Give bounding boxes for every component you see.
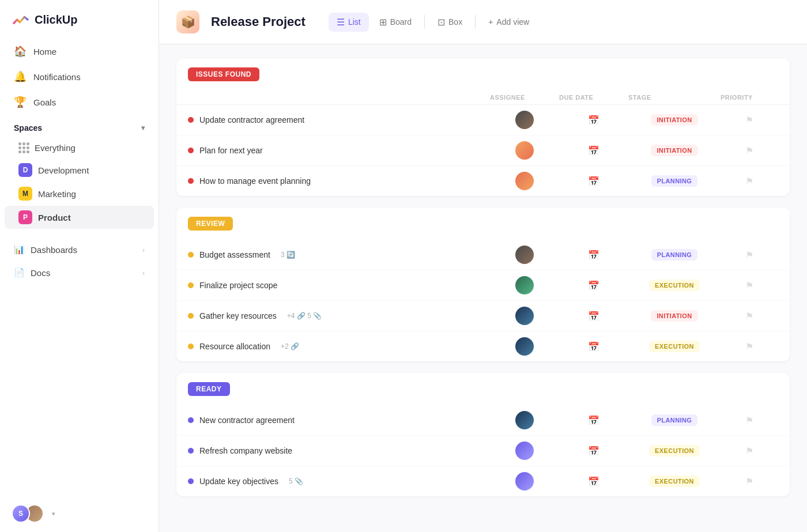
- stage-badge: PLANNING: [651, 414, 698, 426]
- task-left: Budget assessment 3 🔄: [188, 250, 490, 259]
- calendar-icon[interactable]: 📅: [588, 415, 599, 426]
- flag-icon[interactable]: ⚑: [745, 341, 753, 352]
- task-stage-col: INITIATION: [628, 310, 721, 322]
- user-dropdown-arrow[interactable]: ▾: [52, 510, 55, 518]
- task-left: Update contractor agreement: [188, 115, 490, 124]
- table-row[interactable]: Budget assessment 3 🔄 📅 PLANNING ⚑: [176, 240, 790, 270]
- tab-list[interactable]: ☰ List: [329, 13, 369, 32]
- stage-badge: EXECUTION: [649, 280, 700, 291]
- task-assignee-col: [490, 172, 559, 190]
- spaces-header[interactable]: Spaces ▾: [0, 115, 159, 137]
- task-stage-col: EXECUTION: [628, 476, 721, 487]
- product-badge: P: [18, 210, 32, 224]
- flag-icon[interactable]: ⚑: [745, 250, 753, 261]
- task-date-col: 📅: [559, 476, 628, 487]
- app-name: ClickUp: [35, 13, 77, 27]
- tab-box[interactable]: ⊡ Box: [429, 13, 470, 32]
- task-priority-col: ⚑: [721, 145, 778, 156]
- task-dot: [188, 417, 194, 423]
- table-row[interactable]: Plan for next year 📅 INITIATION ⚑: [176, 135, 790, 166]
- task-priority-col: ⚑: [721, 311, 778, 322]
- task-date-col: 📅: [559, 115, 628, 126]
- avatar: [515, 411, 534, 429]
- task-stage-col: INITIATION: [628, 145, 721, 156]
- flag-icon[interactable]: ⚑: [745, 311, 753, 322]
- task-assignee-col: [490, 442, 559, 460]
- calendar-icon[interactable]: 📅: [588, 311, 599, 322]
- task-name: Budget assessment: [199, 250, 270, 259]
- table-row[interactable]: Update contractor agreement 📅 INITIATION…: [176, 105, 790, 135]
- flag-icon[interactable]: ⚑: [745, 145, 753, 156]
- table-row[interactable]: Update key objectives 5 📎 📅 EXECUTION ⚑: [176, 466, 790, 496]
- calendar-icon[interactable]: 📅: [588, 476, 599, 487]
- task-priority-col: ⚑: [721, 250, 778, 261]
- task-priority-col: ⚑: [721, 176, 778, 187]
- flag-icon[interactable]: ⚑: [745, 415, 753, 426]
- sidebar-user-area: S ▾: [0, 495, 159, 532]
- task-date-col: 📅: [559, 415, 628, 426]
- task-dot: [188, 148, 194, 153]
- task-name: Gather key resources: [199, 311, 277, 320]
- avatar: [515, 276, 534, 295]
- calendar-icon[interactable]: 📅: [588, 115, 599, 126]
- logo: ClickUp: [0, 0, 159, 39]
- task-priority-col: ⚑: [721, 341, 778, 352]
- avatar: [515, 442, 534, 460]
- flag-icon[interactable]: ⚑: [745, 115, 753, 126]
- calendar-icon[interactable]: 📅: [588, 176, 599, 187]
- avatar-user-s[interactable]: S: [12, 504, 30, 523]
- calendar-icon[interactable]: 📅: [588, 280, 599, 291]
- section-ready-header-row: READY: [176, 373, 790, 405]
- task-assignee-col: [490, 246, 559, 264]
- sidebar-item-product[interactable]: P Product: [5, 206, 154, 229]
- marketing-badge: M: [18, 187, 32, 201]
- flag-icon[interactable]: ⚑: [745, 446, 753, 456]
- task-meta: +4 🔗 5 📎: [287, 312, 322, 320]
- flag-icon[interactable]: ⚑: [745, 280, 753, 291]
- sidebar-item-home[interactable]: 🏠 Home: [7, 39, 152, 63]
- stage-badge: PLANNING: [651, 249, 698, 261]
- table-row[interactable]: Finalize project scope 📅 EXECUTION ⚑: [176, 270, 790, 301]
- task-name: Plan for next year: [199, 146, 263, 155]
- sidebar-item-notifications[interactable]: 🔔 Notifications: [7, 65, 152, 89]
- tab-board[interactable]: ⊞ Board: [371, 13, 420, 32]
- table-row[interactable]: Gather key resources +4 🔗 5 📎 📅 INITIATI…: [176, 301, 790, 331]
- calendar-icon[interactable]: 📅: [588, 341, 599, 352]
- col-assignee: ASSIGNEE: [490, 94, 559, 101]
- sidebar-item-dashboards[interactable]: 📊 Dashboards ›: [7, 239, 152, 261]
- section-ready: READY New contractor agreement 📅 PLANNIN…: [176, 373, 790, 496]
- add-view-button[interactable]: + Add view: [480, 13, 537, 31]
- task-date-col: 📅: [559, 250, 628, 261]
- task-left: How to manage event planning: [188, 176, 490, 186]
- task-priority-col: ⚑: [721, 415, 778, 426]
- dashboards-left: 📊 Dashboards: [14, 244, 77, 255]
- task-stage-col: INITIATION: [628, 114, 721, 126]
- sidebar-item-development[interactable]: D Development: [5, 159, 154, 182]
- task-list-area: ISSUES FOUND ASSIGNEE DUE DATE STAGE PRI…: [159, 44, 807, 532]
- table-row[interactable]: Resource allocation +2 🔗 📅 EXECUTION ⚑: [176, 331, 790, 361]
- calendar-icon[interactable]: 📅: [588, 145, 599, 156]
- flag-icon[interactable]: ⚑: [745, 176, 753, 187]
- table-row[interactable]: New contractor agreement 📅 PLANNING ⚑: [176, 405, 790, 436]
- task-left: Gather key resources +4 🔗 5 📎: [188, 311, 490, 320]
- calendar-icon[interactable]: 📅: [588, 446, 599, 456]
- table-row[interactable]: How to manage event planning 📅 PLANNING …: [176, 166, 790, 196]
- plus-icon: +: [488, 17, 493, 27]
- docs-left: 📄 Docs: [14, 267, 50, 278]
- sidebar-item-marketing[interactable]: M Marketing: [5, 182, 154, 205]
- task-name: Update contractor agreement: [199, 115, 304, 124]
- sidebar-item-docs[interactable]: 📄 Docs ›: [7, 262, 152, 284]
- flag-icon[interactable]: ⚑: [745, 476, 753, 487]
- sidebar-item-everything[interactable]: Everything: [5, 138, 154, 158]
- section-review: REVIEW Budget assessment 3 🔄 📅 PLANNING: [176, 207, 790, 361]
- sidebar-item-everything-label: Everything: [35, 143, 76, 153]
- stage-badge: INITIATION: [651, 310, 697, 322]
- tab-box-label: Box: [448, 17, 462, 27]
- box-icon: ⊡: [438, 17, 445, 28]
- task-stage-col: EXECUTION: [628, 445, 721, 456]
- calendar-icon[interactable]: 📅: [588, 250, 599, 261]
- table-row[interactable]: Refresh company website 📅 EXECUTION ⚑: [176, 436, 790, 466]
- sidebar-item-goals[interactable]: 🏆 Goals: [7, 90, 152, 114]
- project-icon: 📦: [176, 10, 199, 33]
- task-priority-col: ⚑: [721, 115, 778, 126]
